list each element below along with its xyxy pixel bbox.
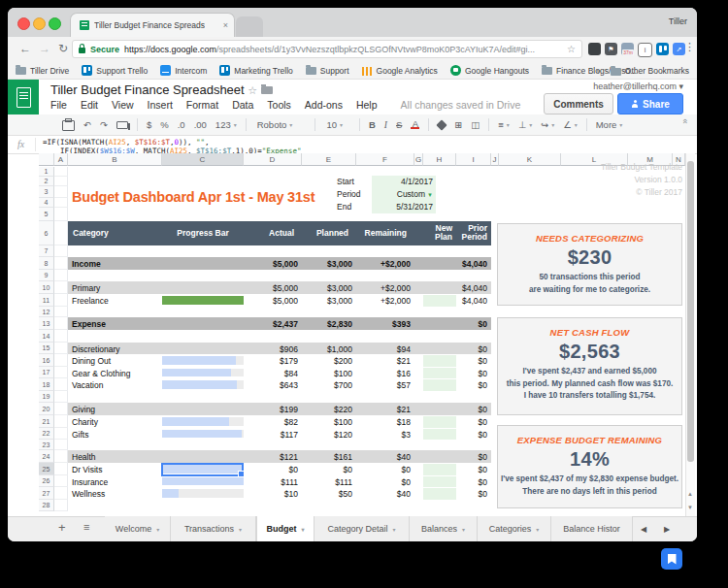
- tab-caret-icon[interactable]: ▾: [393, 526, 396, 533]
- category-cell[interactable]: Expense: [72, 319, 106, 329]
- planned-cell[interactable]: $3,000: [298, 283, 352, 293]
- dropdown-caret-icon[interactable]: ▼: [427, 192, 433, 198]
- remaining-cell[interactable]: $94: [356, 344, 411, 354]
- grid-cell-a14[interactable]: [54, 330, 68, 343]
- collapse-toolbar-icon[interactable]: «: [679, 118, 689, 123]
- column-header-C[interactable]: C: [162, 153, 244, 166]
- actual-cell[interactable]: $121: [240, 452, 298, 462]
- grid-cell-a6[interactable]: [54, 221, 68, 245]
- tab-caret-icon[interactable]: ▾: [239, 526, 242, 533]
- grid-cell-a4[interactable]: [54, 198, 68, 208]
- info-extension-icon[interactable]: i: [638, 43, 652, 57]
- grid-cell-a2[interactable]: [54, 177, 68, 186]
- period-select-cell[interactable]: Custom▼: [372, 188, 436, 201]
- remaining-cell[interactable]: +$2,000: [356, 259, 411, 269]
- planned-cell[interactable]: $111: [298, 477, 352, 487]
- menu-file[interactable]: File: [50, 99, 67, 111]
- back-icon[interactable]: ←: [19, 42, 31, 55]
- row-header-23[interactable]: 23: [39, 440, 54, 450]
- sheet-tab-welcome[interactable]: Welcome▾: [105, 516, 171, 541]
- flag-extension-icon[interactable]: ⚑: [605, 43, 617, 55]
- category-cell[interactable]: Gifts: [72, 430, 88, 440]
- actual-cell[interactable]: $199: [240, 405, 298, 414]
- bookmark-support[interactable]: Support: [306, 66, 349, 76]
- add-sheet-button[interactable]: +: [58, 520, 66, 535]
- row-header-1[interactable]: 1: [39, 167, 54, 177]
- actual-cell[interactable]: $111: [240, 477, 298, 487]
- zoom-window-button[interactable]: [49, 17, 61, 30]
- row-header-5[interactable]: 5: [39, 208, 54, 221]
- progress-bar-cell[interactable]: [162, 356, 244, 365]
- menu-edit[interactable]: Edit: [81, 99, 98, 111]
- move-to-folder-icon[interactable]: [261, 86, 273, 94]
- column-header-G[interactable]: G: [414, 153, 423, 166]
- actual-cell[interactable]: $117: [240, 430, 298, 440]
- scroll-down-icon[interactable]: ▼: [685, 501, 695, 513]
- new-plan-cell[interactable]: [423, 368, 456, 378]
- grid-cell-a3[interactable]: [54, 186, 68, 198]
- remaining-cell[interactable]: $393: [356, 319, 411, 329]
- text-wrap-icon[interactable]: ↪▾: [541, 119, 554, 130]
- category-cell[interactable]: Income: [72, 259, 101, 269]
- sheet-tab-category-detail[interactable]: Category Detail▾: [314, 516, 410, 541]
- menu-help[interactable]: Help: [356, 99, 378, 111]
- bookmark-star-icon[interactable]: ☆: [567, 44, 576, 54]
- url-bar[interactable]: Secure https://docs.google.com/spreadshe…: [72, 40, 582, 58]
- scroll-up-icon[interactable]: ▲: [685, 487, 695, 500]
- formula-text[interactable]: =IF(ISNA(MATCH(AI25, $T$16:$T,0)), "", I…: [43, 138, 683, 154]
- grid-cell-a5[interactable]: [54, 208, 68, 221]
- category-cell[interactable]: Charity: [72, 417, 98, 427]
- minimize-window-button[interactable]: [33, 17, 46, 30]
- remaining-cell[interactable]: $0: [356, 465, 411, 474]
- bookmark-google-hangouts[interactable]: Google Hangouts: [450, 65, 529, 76]
- vertical-scrollbar-thumb[interactable]: [687, 161, 694, 462]
- category-cell[interactable]: Health: [72, 452, 96, 462]
- category-cell[interactable]: Giving: [72, 405, 95, 414]
- undo-icon[interactable]: ↶: [83, 119, 91, 130]
- forward-icon[interactable]: →: [39, 42, 50, 55]
- trello-extension-icon[interactable]: [656, 43, 669, 55]
- doc-title[interactable]: Tiller Budget Finance Spreadsheet: [50, 82, 245, 97]
- font-family-select[interactable]: Roboto▾: [255, 119, 307, 130]
- redo-icon[interactable]: ↷: [100, 119, 108, 130]
- grid-cell-a28[interactable]: [54, 500, 68, 511]
- actual-cell[interactable]: $2,437: [240, 319, 298, 329]
- time-tracker-extension-icon[interactable]: 37m: [621, 43, 634, 55]
- print-icon[interactable]: [62, 118, 75, 131]
- remaining-cell[interactable]: $40: [356, 489, 411, 499]
- paint-format-icon[interactable]: [116, 121, 128, 129]
- menu-add-ons[interactable]: Add-ons: [305, 99, 343, 111]
- start-date-cell[interactable]: 4/1/2017: [372, 176, 436, 188]
- planned-cell[interactable]: $50: [298, 489, 352, 499]
- grid-cell-a9[interactable]: [54, 270, 68, 281]
- planned-cell[interactable]: $1,000: [298, 344, 352, 354]
- row-header-4[interactable]: 4: [39, 198, 54, 208]
- prior-cell[interactable]: $0: [429, 452, 487, 462]
- prior-cell[interactable]: $0: [429, 319, 487, 329]
- row-header-19[interactable]: 19: [39, 391, 54, 403]
- close-window-button[interactable]: [17, 17, 30, 30]
- planned-cell[interactable]: $100: [298, 369, 352, 378]
- merge-cells-icon[interactable]: ◫: [471, 119, 480, 130]
- tab-caret-icon[interactable]: ▾: [462, 526, 465, 533]
- sheet-tab-balances[interactable]: Balances▾: [410, 516, 478, 541]
- tabs-scroll-right-icon[interactable]: ▶: [664, 516, 670, 541]
- menu-tools[interactable]: Tools: [267, 99, 291, 111]
- column-header-F[interactable]: F: [356, 153, 414, 166]
- row-header-14[interactable]: 14: [39, 330, 54, 343]
- grid-cell-a12[interactable]: [54, 307, 68, 317]
- sheet-tab-budget[interactable]: Budget▾: [256, 516, 314, 541]
- column-header-I[interactable]: I: [456, 153, 491, 166]
- remaining-cell[interactable]: $0: [356, 477, 411, 487]
- new-plan-cell[interactable]: [423, 355, 456, 367]
- sheet-tab-categories[interactable]: Categories▾: [478, 516, 551, 541]
- tabs-scroll-left-icon[interactable]: ◀: [641, 516, 646, 541]
- bold-button[interactable]: B: [369, 119, 376, 130]
- new-plan-cell[interactable]: [423, 488, 456, 500]
- row-header-9[interactable]: 9: [39, 270, 54, 281]
- selected-cell[interactable]: [161, 463, 244, 476]
- new-plan-cell[interactable]: [423, 416, 456, 428]
- actual-cell[interactable]: $5,000: [240, 283, 298, 293]
- strikethrough-button[interactable]: S: [396, 119, 402, 130]
- grid-cell-a19[interactable]: [54, 391, 68, 403]
